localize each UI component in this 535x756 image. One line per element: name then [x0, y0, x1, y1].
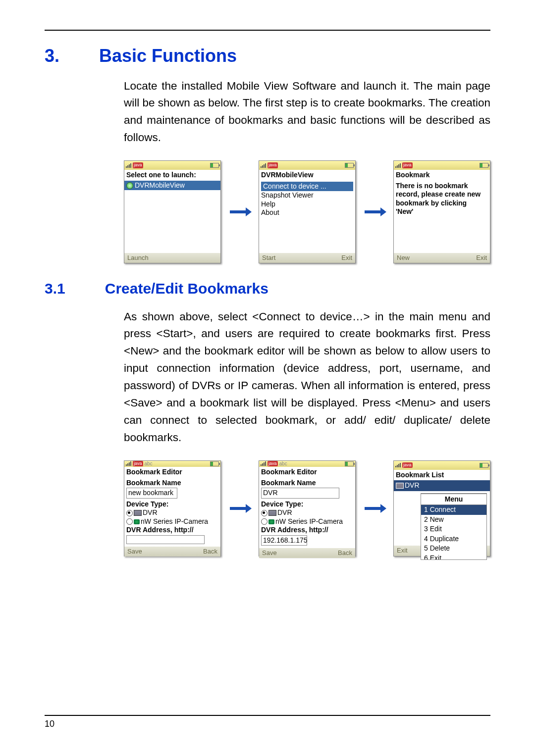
- main-menu-screen: java DVRMobileView Connect to device ...…: [259, 160, 356, 263]
- launch-screen: java Select one to launch: DVRMobileView…: [124, 160, 221, 263]
- dvr-icon: [396, 483, 404, 489]
- page-number: 10: [45, 719, 54, 729]
- radio-icon: [261, 510, 268, 516]
- app-orb-icon: [126, 182, 133, 189]
- figure-row-2: java abc Bookmark Editor Bookmark Name n…: [124, 460, 490, 556]
- softkey-left[interactable]: Exit: [397, 547, 408, 554]
- empty-msg-line: There is no bookmark: [396, 182, 488, 191]
- menu-label: Duplicate: [430, 535, 459, 543]
- softkey-left[interactable]: New: [397, 254, 410, 262]
- label-bookmark-name: Bookmark Name: [126, 479, 218, 488]
- java-badge: java: [402, 162, 413, 168]
- input-dvr-address[interactable]: 192.168.1.175: [261, 535, 307, 546]
- menu-label: Exit: [430, 554, 441, 559]
- section-title: Basic Functions: [99, 46, 237, 66]
- menu-item-delete[interactable]: 5 Delete: [421, 544, 486, 554]
- menu-index: 4: [424, 535, 428, 543]
- battery-icon: [345, 163, 354, 168]
- screen-title: DVRMobileView: [259, 170, 355, 181]
- dvr-icon: [268, 510, 276, 516]
- list-item-label: DVRMobileView: [135, 181, 185, 189]
- menu-item-about[interactable]: About: [261, 208, 353, 217]
- status-bar: java abc: [124, 461, 220, 467]
- radio-dvr[interactable]: DVR: [261, 508, 353, 517]
- signal-icon: [261, 461, 266, 466]
- status-bar: java: [124, 161, 220, 170]
- radio-dvr[interactable]: DVR: [126, 508, 218, 517]
- figure-row-1: java Select one to launch: DVRMobileView…: [124, 160, 490, 263]
- screen-title: Bookmark Editor: [259, 467, 355, 478]
- menu-item-exit[interactable]: 6 Exit: [421, 554, 486, 559]
- java-badge: java: [268, 461, 278, 466]
- list-row-label: DVR: [405, 481, 420, 489]
- softkey-right[interactable]: Exit: [476, 254, 487, 262]
- java-badge: java: [133, 162, 143, 168]
- arrow-right-icon: [363, 208, 386, 215]
- menu-item-help[interactable]: Help: [261, 200, 353, 209]
- java-badge: java: [268, 162, 278, 168]
- menu-item-new[interactable]: 2 New: [421, 515, 486, 525]
- menu-label: Delete: [430, 544, 450, 552]
- radio-ipcam[interactable]: nW Series IP-Camera: [126, 517, 218, 526]
- camera-icon: [134, 519, 140, 524]
- input-dvr-address[interactable]: [126, 535, 205, 544]
- signal-icon: [395, 163, 401, 168]
- softkey-right[interactable]: Back: [338, 549, 352, 557]
- popup-menu-title: Menu: [421, 494, 486, 505]
- empty-msg-line: 'New': [396, 207, 488, 216]
- bookmark-list-screen: java Bookmark List DVR Menu 1 Connect 2 …: [393, 460, 490, 556]
- softkey-left[interactable]: Save: [127, 548, 142, 555]
- signal-icon: [126, 461, 131, 466]
- battery-icon: [210, 163, 219, 168]
- status-bar: java abc: [259, 461, 355, 467]
- battery-icon: [480, 163, 488, 168]
- battery-icon: [210, 461, 219, 466]
- screen-title: Bookmark List: [394, 470, 490, 481]
- menu-item-edit[interactable]: 3 Edit: [421, 524, 486, 534]
- screen-title: Select one to launch:: [124, 170, 220, 181]
- radio-label: DVR: [277, 508, 292, 516]
- radio-ipcam[interactable]: nW Series IP-Camera: [261, 517, 353, 526]
- menu-label: Edit: [430, 525, 442, 533]
- arrow-right-icon: [363, 505, 386, 512]
- softkey-left[interactable]: Save: [262, 549, 277, 557]
- softkey-left[interactable]: Start: [262, 254, 275, 262]
- input-mode-indicator: abc: [145, 461, 153, 467]
- screen-title: Bookmark Editor: [124, 467, 220, 478]
- menu-index: 6: [424, 554, 428, 559]
- intro-paragraph: Locate the installed Mobile View Softwar…: [124, 78, 490, 147]
- label-dvr-address: DVR Address, http://: [126, 526, 218, 535]
- signal-icon: [395, 463, 401, 467]
- menu-index: 5: [424, 544, 428, 552]
- menu-item-snapshot[interactable]: Snapshot Viewer: [261, 191, 353, 200]
- softkey-right[interactable]: Back: [203, 548, 217, 555]
- subsection-paragraph: As shown above, select <Connect to devic…: [124, 308, 490, 447]
- label-device-type: Device Type:: [126, 500, 218, 509]
- label-bookmark-name: Bookmark Name: [261, 479, 353, 488]
- section-number: 3.: [45, 46, 59, 66]
- radio-icon: [261, 518, 268, 525]
- radio-icon: [126, 518, 133, 525]
- input-bookmark-name[interactable]: DVR: [261, 488, 339, 499]
- input-bookmark-name[interactable]: new bookmark: [126, 488, 177, 499]
- screen-title: Bookmark: [394, 170, 490, 181]
- input-mode-indicator: abc: [279, 461, 287, 467]
- label-device-type: Device Type:: [261, 500, 353, 509]
- menu-index: 2: [424, 515, 428, 523]
- list-row-dvr[interactable]: DVR: [394, 480, 490, 491]
- menu-index: 3: [424, 525, 428, 533]
- radio-label: nW Series IP-Camera: [141, 517, 208, 525]
- label-dvr-address: DVR Address, http://: [261, 526, 353, 535]
- softkey-right[interactable]: Exit: [341, 254, 352, 262]
- camera-icon: [268, 519, 274, 524]
- bookmark-editor-blank: java abc Bookmark Editor Bookmark Name n…: [124, 460, 221, 556]
- status-bar: java: [259, 161, 355, 170]
- list-item-dvrmobileview[interactable]: DVRMobileView: [124, 181, 220, 191]
- bookmark-empty-screen: java Bookmark There is no bookmark recor…: [393, 160, 490, 263]
- softkey-left[interactable]: Launch: [127, 254, 149, 262]
- status-bar: java: [394, 161, 490, 170]
- menu-item-connect[interactable]: 1 Connect: [421, 505, 486, 515]
- menu-item-connect[interactable]: Connect to device ...: [261, 182, 353, 192]
- subsection-number: 3.1: [45, 280, 65, 297]
- menu-item-duplicate[interactable]: 4 Duplicate: [421, 534, 486, 544]
